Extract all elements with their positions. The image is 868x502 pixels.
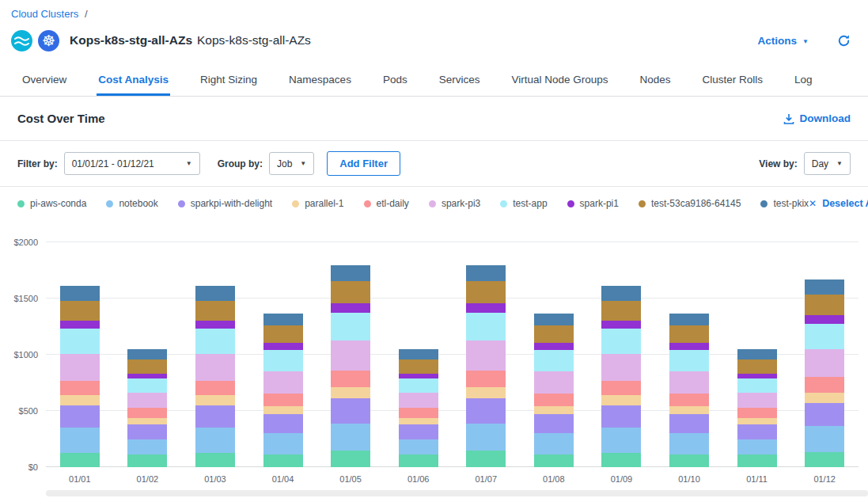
bar-segment-spark-pi3[interactable]	[805, 349, 844, 378]
bar-segment-etl-daily[interactable]	[399, 408, 438, 418]
bar-segment-test-pkix[interactable]	[331, 265, 370, 282]
bar-segment-sparkpi-with-delight[interactable]	[127, 424, 167, 439]
stacked-bar-01-11[interactable]	[737, 242, 777, 467]
view-by-select[interactable]: Day ▼	[804, 152, 851, 175]
bar-segment-spark-pi1[interactable]	[60, 321, 100, 329]
bar-segment-spark-pi3[interactable]	[601, 354, 641, 381]
bar-segment-pi-aws-conda[interactable]	[805, 452, 844, 467]
bar-segment-parallel-1[interactable]	[669, 406, 709, 415]
bar-segment-sparkpi-with-delight[interactable]	[399, 424, 438, 439]
bar-segment-pi-aws-conda[interactable]	[331, 451, 370, 467]
bar-segment-notebook[interactable]	[805, 426, 844, 452]
refresh-icon[interactable]	[837, 34, 851, 48]
legend-item-etl-daily[interactable]: etl-daily	[364, 198, 409, 209]
bar-segment-spark-pi3[interactable]	[195, 354, 235, 381]
bar-segment-test-53ca9186-64145[interactable]	[399, 359, 438, 373]
bar-segment-sparkpi-with-delight[interactable]	[331, 398, 370, 424]
breadcrumb-link-cloud-clusters[interactable]: Cloud Clusters	[11, 8, 78, 20]
horizontal-scrollbar[interactable]	[46, 490, 868, 496]
bar-segment-etl-daily[interactable]	[805, 377, 844, 392]
bar-segment-test-pkix[interactable]	[127, 349, 167, 359]
tab-namespaces[interactable]: Namespaces	[287, 65, 353, 96]
bar-segment-test-53ca9186-64145[interactable]	[60, 301, 100, 321]
bar-segment-test-app[interactable]	[399, 378, 438, 393]
bar-segment-test-pkix[interactable]	[466, 265, 506, 282]
tab-services[interactable]: Services	[438, 65, 482, 96]
bar-segment-test-app[interactable]	[737, 378, 777, 393]
bar-segment-test-pkix[interactable]	[805, 280, 844, 295]
legend-item-test-53ca9186-64145[interactable]: test-53ca9186-64145	[639, 198, 741, 209]
bar-segment-test-app[interactable]	[331, 313, 370, 340]
bar-segment-notebook[interactable]	[263, 433, 303, 454]
bar-segment-etl-daily[interactable]	[195, 381, 235, 395]
bar-segment-test-pkix[interactable]	[737, 349, 777, 359]
tab-virtual-node-groups[interactable]: Virtual Node Groups	[510, 65, 609, 96]
bar-segment-pi-aws-conda[interactable]	[263, 454, 303, 467]
bar-segment-spark-pi1[interactable]	[331, 303, 370, 312]
tab-right-sizing[interactable]: Right Sizing	[199, 65, 259, 96]
stacked-bar-01-07[interactable]	[466, 242, 506, 467]
bar-segment-etl-daily[interactable]	[737, 408, 777, 418]
bar-segment-spark-pi1[interactable]	[195, 321, 235, 329]
bar-segment-spark-pi1[interactable]	[263, 343, 303, 350]
bar-segment-test-53ca9186-64145[interactable]	[534, 325, 574, 343]
bar-segment-sparkpi-with-delight[interactable]	[669, 414, 709, 433]
tab-nodes[interactable]: Nodes	[639, 65, 673, 96]
bar-segment-parallel-1[interactable]	[60, 395, 100, 405]
bar-segment-test-app[interactable]	[263, 350, 303, 371]
bar-segment-etl-daily[interactable]	[466, 371, 506, 387]
stacked-bar-01-01[interactable]	[60, 242, 100, 467]
bar-segment-etl-daily[interactable]	[601, 381, 641, 395]
bar-segment-notebook[interactable]	[601, 428, 641, 452]
tab-cost-analysis[interactable]: Cost Analysis	[97, 65, 170, 96]
bar-segment-test-app[interactable]	[195, 329, 235, 353]
bar-segment-spark-pi3[interactable]	[737, 393, 777, 407]
bar-segment-parallel-1[interactable]	[737, 418, 777, 425]
legend-item-test-pkix[interactable]: test-pkix	[760, 198, 809, 209]
bar-segment-sparkpi-with-delight[interactable]	[534, 414, 574, 433]
legend-item-pi-aws-conda[interactable]: pi-aws-conda	[17, 198, 86, 209]
bar-segment-spark-pi3[interactable]	[669, 371, 709, 394]
bar-segment-pi-aws-conda[interactable]	[60, 453, 100, 467]
legend-item-sparkpi-with-delight[interactable]: sparkpi-with-delight	[178, 198, 272, 209]
bar-segment-test-app[interactable]	[466, 313, 506, 340]
bar-segment-test-53ca9186-64145[interactable]	[601, 301, 641, 321]
bar-segment-test-app[interactable]	[601, 329, 641, 353]
bar-segment-test-pkix[interactable]	[399, 349, 438, 359]
tab-overview[interactable]: Overview	[21, 65, 68, 96]
bar-segment-notebook[interactable]	[399, 439, 438, 455]
bar-segment-notebook[interactable]	[195, 428, 235, 452]
bar-segment-etl-daily[interactable]	[263, 394, 303, 406]
legend-item-spark-pi1[interactable]: spark-pi1	[567, 198, 619, 209]
group-by-select[interactable]: Job ▼	[269, 152, 314, 175]
bar-segment-sparkpi-with-delight[interactable]	[466, 398, 506, 424]
bar-segment-test-app[interactable]	[669, 350, 709, 371]
bar-segment-etl-daily[interactable]	[534, 394, 574, 406]
bar-segment-notebook[interactable]	[466, 424, 506, 451]
bar-segment-parallel-1[interactable]	[127, 418, 167, 425]
bar-segment-parallel-1[interactable]	[805, 393, 844, 403]
stacked-bar-01-08[interactable]	[534, 242, 574, 467]
bar-segment-notebook[interactable]	[534, 433, 574, 454]
bar-segment-sparkpi-with-delight[interactable]	[601, 405, 641, 428]
bar-segment-spark-pi3[interactable]	[60, 354, 100, 381]
bar-segment-sparkpi-with-delight[interactable]	[60, 405, 100, 428]
bar-segment-spark-pi3[interactable]	[534, 371, 574, 394]
bar-segment-pi-aws-conda[interactable]	[737, 454, 777, 467]
bar-segment-sparkpi-with-delight[interactable]	[263, 414, 303, 433]
stacked-bar-01-05[interactable]	[331, 242, 370, 467]
tab-pods[interactable]: Pods	[381, 65, 409, 96]
bar-segment-test-app[interactable]	[534, 350, 574, 371]
bar-segment-sparkpi-with-delight[interactable]	[737, 424, 777, 439]
stacked-bar-01-06[interactable]	[399, 242, 438, 467]
bar-segment-test-app[interactable]	[60, 329, 100, 353]
deselect-all-button[interactable]: ✕ Deselect All	[809, 198, 868, 209]
bar-segment-test-pkix[interactable]	[263, 314, 303, 326]
bar-segment-spark-pi3[interactable]	[331, 340, 370, 371]
stacked-bar-01-09[interactable]	[601, 242, 641, 467]
bar-segment-test-pkix[interactable]	[601, 286, 641, 300]
bar-segment-notebook[interactable]	[331, 424, 370, 451]
legend-item-parallel-1[interactable]: parallel-1	[292, 198, 343, 209]
bar-segment-test-53ca9186-64145[interactable]	[263, 325, 303, 343]
bar-segment-notebook[interactable]	[127, 439, 167, 455]
